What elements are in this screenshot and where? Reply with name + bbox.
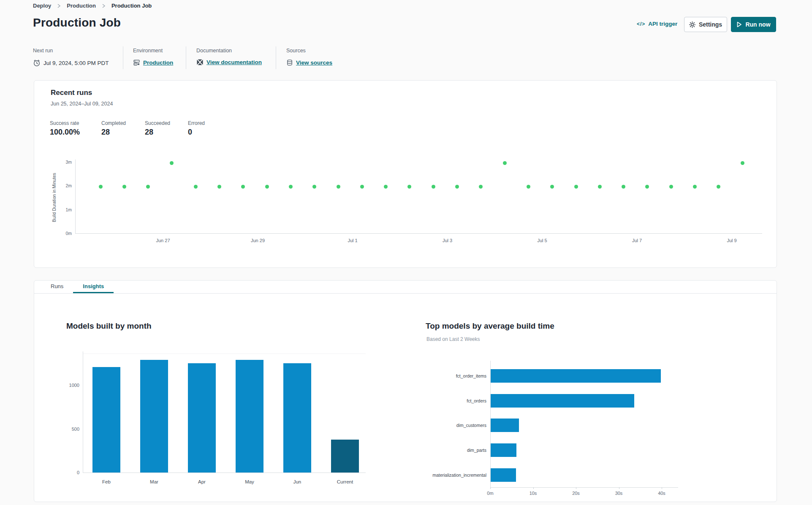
run-dot[interactable] — [384, 185, 388, 189]
bar-y-axis — [83, 351, 83, 473]
recent-runs-title: Recent runs — [51, 89, 92, 97]
run-dot[interactable] — [360, 185, 364, 189]
run-dot[interactable] — [289, 185, 293, 189]
tab-insights[interactable]: Insights — [73, 281, 114, 293]
bar-materialization_incremental[interactable] — [491, 468, 516, 482]
hbar-x-tick: 30s — [608, 491, 630, 496]
environment-icon — [133, 59, 140, 66]
scatter-y-axis — [75, 159, 76, 233]
view-sources-link[interactable]: View sources — [296, 59, 332, 66]
bar-y-tick: 500 — [63, 427, 79, 432]
bar-fct_orders[interactable] — [491, 394, 634, 408]
stat-success-rate: Success rate 100.00% — [50, 120, 80, 137]
run-dot[interactable] — [312, 185, 316, 189]
chevron-right-icon — [57, 3, 61, 8]
tab-strip: Runs Insights — [34, 281, 777, 294]
divider — [123, 46, 123, 69]
run-dot[interactable] — [194, 185, 198, 189]
hbar-tick-mark — [662, 487, 662, 489]
run-dot[interactable] — [503, 161, 507, 165]
documentation-label: Documentation — [196, 48, 232, 54]
scatter-x-tick: Jul 5 — [525, 238, 559, 243]
page-title: Production Job — [33, 16, 121, 30]
hbar-x-tick: 10s — [523, 491, 544, 496]
run-dot[interactable] — [479, 185, 483, 189]
bar-apr[interactable] — [188, 363, 216, 473]
bar-x-tick: Mar — [137, 479, 171, 484]
hbar-x-tick: 0m — [480, 491, 501, 496]
run-dot[interactable] — [669, 185, 673, 189]
sources-value: View sources — [286, 59, 332, 66]
scatter-x-tick: Jun 29 — [241, 238, 275, 243]
next-run-label: Next run — [33, 48, 53, 54]
hbar-tick-mark — [619, 487, 619, 489]
recent-runs-date-range: Jun 25, 2024–Jul 09, 2024 — [51, 101, 113, 107]
run-dot[interactable] — [170, 161, 174, 165]
bar-x-tick: Feb — [90, 479, 123, 484]
next-run-value: Jul 9, 2024, 5:00 PM PDT — [33, 59, 109, 67]
settings-label: Settings — [699, 21, 722, 28]
api-trigger-link[interactable]: </> API trigger — [637, 21, 677, 27]
bar-feb[interactable] — [92, 367, 120, 473]
hbar-tick-mark — [533, 487, 534, 489]
environment-value: Production — [133, 59, 173, 66]
stat-completed: Completed 28 — [101, 120, 126, 137]
run-dot[interactable] — [99, 185, 103, 189]
run-dot[interactable] — [717, 185, 720, 189]
scatter-x-tick: Jul 7 — [620, 238, 654, 243]
bar-dim_customers[interactable] — [491, 419, 519, 432]
scatter-x-axis — [75, 233, 762, 234]
bar-x-tick: Jun — [280, 479, 314, 484]
environment-link[interactable]: Production — [143, 59, 173, 66]
hbar-row-label: dim_customers — [422, 423, 486, 428]
bar-x-tick: Current — [328, 479, 362, 484]
bar-mar[interactable] — [140, 360, 168, 473]
breadcrumb-production[interactable]: Production — [67, 3, 96, 9]
top-models-chart-subtitle: Based on Last 2 Weeks — [426, 336, 480, 342]
breadcrumb: Deploy Production Production Job — [33, 3, 152, 9]
settings-button[interactable]: Settings — [684, 17, 727, 32]
run-dot[interactable] — [241, 185, 245, 189]
view-documentation-link[interactable]: View documentation — [206, 59, 262, 65]
bar-fct_order_items[interactable] — [491, 369, 661, 383]
production-job-page: Deploy Production Production Job Product… — [0, 0, 812, 505]
run-dot[interactable] — [741, 161, 744, 165]
run-now-button[interactable]: Run now — [731, 17, 776, 32]
bar-dim_parts[interactable] — [491, 443, 516, 457]
scatter-x-tick: Jun 27 — [146, 238, 180, 243]
tab-runs[interactable]: Runs — [41, 281, 73, 293]
scatter-x-tick: Jul 3 — [431, 238, 464, 243]
divider — [186, 46, 186, 69]
run-dot[interactable] — [432, 185, 435, 189]
run-dot[interactable] — [217, 185, 221, 189]
models-chart-title: Models built by month — [66, 321, 152, 331]
run-dot[interactable] — [265, 185, 269, 189]
bar-jun[interactable] — [283, 363, 311, 473]
run-dot[interactable] — [122, 185, 126, 189]
run-dot[interactable] — [407, 185, 411, 189]
run-dot[interactable] — [693, 185, 697, 189]
run-now-label: Run now — [745, 21, 770, 28]
hbar-tick-mark — [576, 487, 576, 489]
environment-label: Environment — [133, 48, 163, 54]
run-dot[interactable] — [550, 185, 554, 189]
breadcrumb-deploy[interactable]: Deploy — [33, 3, 51, 9]
run-dot[interactable] — [598, 185, 602, 189]
hbar-row-label: fct_order_items — [422, 373, 486, 378]
bar-y-tick: 0 — [63, 470, 79, 475]
bar-may[interactable] — [236, 360, 263, 473]
run-dot[interactable] — [455, 185, 459, 189]
run-dot[interactable] — [337, 185, 340, 189]
run-dot[interactable] — [527, 185, 530, 189]
run-dot[interactable] — [645, 185, 649, 189]
run-dot[interactable] — [622, 185, 625, 189]
bar-x-tick: May — [233, 479, 266, 484]
code-icon: </> — [637, 21, 645, 27]
hbar-x-axis — [490, 487, 678, 488]
run-dot[interactable] — [146, 185, 150, 189]
bar-y-tick: 1000 — [63, 383, 79, 388]
run-dot[interactable] — [574, 185, 578, 189]
models-built-by-month-chart: Models built by month 05001000FebMarAprM… — [63, 319, 384, 487]
bar-current[interactable] — [331, 440, 359, 473]
plot-top-line — [83, 354, 366, 354]
